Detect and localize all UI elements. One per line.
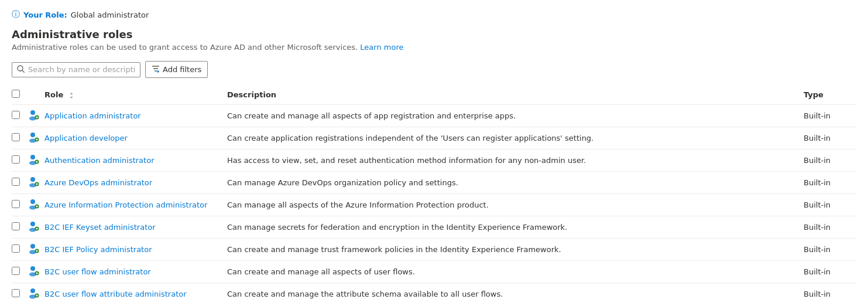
table-row: Application administratorCan create and … — [12, 105, 856, 127]
svg-point-31 — [30, 288, 35, 293]
role-value: Global administrator — [71, 11, 149, 19]
row-checkbox-cell — [12, 283, 28, 300]
role-name-text[interactable]: B2C IEF Keyset administrator — [44, 223, 156, 232]
table-row: Azure DevOps administratorCan manage Azu… — [12, 172, 856, 194]
sort-icon[interactable] — [68, 92, 74, 99]
filter-icon — [152, 64, 160, 74]
row-checkbox-cell — [12, 194, 28, 216]
role-name-text[interactable]: Azure DevOps administrator — [44, 178, 152, 187]
table-row: B2C IEF Policy administratorCan create a… — [12, 239, 856, 261]
role-name-cell: Authentication administrator — [28, 150, 227, 171]
role-name-text[interactable]: Application developer — [44, 134, 128, 142]
svg-line-1 — [22, 70, 25, 73]
role-name-cell: B2C user flow attribute administrator — [28, 283, 227, 299]
table-row: Authentication administratorHas access t… — [12, 150, 856, 172]
type-column-header: Type — [804, 85, 856, 105]
table-row: Azure Information Protection administrat… — [12, 194, 856, 216]
role-name-cell: B2C IEF Policy administrator — [28, 239, 227, 260]
table-row: B2C user flow attribute administratorCan… — [12, 283, 856, 300]
table-row: B2C user flow administratorCan create an… — [12, 261, 856, 283]
role-icon — [28, 154, 40, 167]
type-cell: Built-in — [804, 127, 856, 150]
svg-point-16 — [30, 177, 35, 182]
description-cell: Can create and manage trust framework po… — [227, 239, 804, 261]
search-box[interactable] — [12, 62, 140, 77]
role-name-text[interactable]: Authentication administrator — [44, 156, 154, 165]
role-icon — [28, 109, 40, 123]
description-cell: Can manage Azure DevOps organization pol… — [227, 172, 804, 194]
role-name-text[interactable]: B2C IEF Policy administrator — [44, 245, 152, 254]
type-cell: Built-in — [804, 216, 856, 239]
toolbar: Add filters — [12, 61, 856, 78]
svg-point-28 — [30, 266, 35, 271]
role-name-text[interactable]: B2C user flow administrator — [44, 267, 151, 276]
description-cell: Can create and manage all aspects of use… — [227, 261, 804, 283]
row-checkbox[interactable] — [12, 133, 20, 141]
row-checkbox-cell — [12, 216, 28, 239]
page-title: Administrative roles — [12, 28, 856, 40]
description-cell: Can create and manage all aspects of app… — [227, 105, 804, 127]
svg-point-19 — [30, 199, 35, 204]
role-name-cell: Application developer — [28, 127, 227, 149]
role-name-cell: B2C IEF Keyset administrator — [28, 216, 227, 238]
svg-point-13 — [30, 155, 35, 159]
select-all-checkbox[interactable] — [12, 90, 20, 98]
page-subtitle: Administrative roles can be used to gran… — [12, 43, 856, 52]
type-cell: Built-in — [804, 105, 856, 127]
info-icon: ⓘ — [12, 9, 20, 20]
description-cell: Has access to view, set, and reset authe… — [227, 150, 804, 172]
role-name-text[interactable]: Azure Information Protection administrat… — [44, 201, 207, 209]
learn-more-link[interactable]: Learn more — [360, 43, 403, 52]
row-checkbox[interactable] — [12, 267, 20, 275]
type-cell: Built-in — [804, 194, 856, 216]
subtitle-text: Administrative roles can be used to gran… — [12, 43, 358, 52]
type-cell: Built-in — [804, 172, 856, 194]
description-cell: Can create and manage the attribute sche… — [227, 283, 804, 300]
svg-point-7 — [30, 110, 35, 115]
role-icon — [28, 243, 40, 256]
roles-table: Role Description Type Application admini… — [12, 85, 856, 299]
role-icon — [28, 176, 40, 189]
description-cell: Can manage all aspects of the Azure Info… — [227, 194, 804, 216]
row-checkbox-cell — [12, 150, 28, 172]
role-name-cell: Application administrator — [28, 105, 227, 127]
type-cell: Built-in — [804, 239, 856, 261]
row-checkbox-cell — [12, 105, 28, 127]
row-checkbox[interactable] — [12, 155, 20, 164]
role-name-cell: Azure DevOps administrator — [28, 172, 227, 193]
role-name-text[interactable]: B2C user flow attribute administrator — [44, 290, 187, 298]
row-checkbox[interactable] — [12, 244, 20, 253]
role-name-text[interactable]: Application administrator — [44, 111, 141, 120]
type-cell: Built-in — [804, 283, 856, 300]
role-icon — [28, 198, 40, 212]
description-cell: Can manage secrets for federation and en… — [227, 216, 804, 239]
search-icon — [17, 65, 25, 74]
row-checkbox[interactable] — [12, 222, 20, 230]
row-checkbox-cell — [12, 127, 28, 150]
row-checkbox-cell — [12, 239, 28, 261]
table-row: Application developerCan create applicat… — [12, 127, 856, 150]
role-name-cell: B2C user flow administrator — [28, 261, 227, 283]
table-header: Role Description Type — [12, 85, 856, 105]
role-icon — [28, 287, 40, 299]
row-checkbox-cell — [12, 172, 28, 194]
select-all-header — [12, 85, 28, 105]
search-input[interactable] — [28, 65, 135, 74]
svg-point-25 — [30, 244, 35, 249]
add-filters-button[interactable]: Add filters — [145, 61, 208, 78]
description-cell: Can create application registrations ind… — [227, 127, 804, 150]
role-label: Your Role: — [23, 11, 67, 19]
row-checkbox[interactable] — [12, 111, 20, 119]
svg-point-10 — [30, 132, 35, 137]
role-column-header: Role — [28, 85, 227, 105]
svg-point-22 — [30, 222, 35, 226]
row-checkbox-cell — [12, 261, 28, 283]
role-icon — [28, 220, 40, 234]
type-cell: Built-in — [804, 150, 856, 172]
type-cell: Built-in — [804, 261, 856, 283]
add-filters-label: Add filters — [163, 65, 201, 74]
row-checkbox[interactable] — [12, 178, 20, 186]
role-icon — [28, 131, 40, 145]
row-checkbox[interactable] — [12, 289, 20, 297]
row-checkbox[interactable] — [12, 200, 20, 208]
